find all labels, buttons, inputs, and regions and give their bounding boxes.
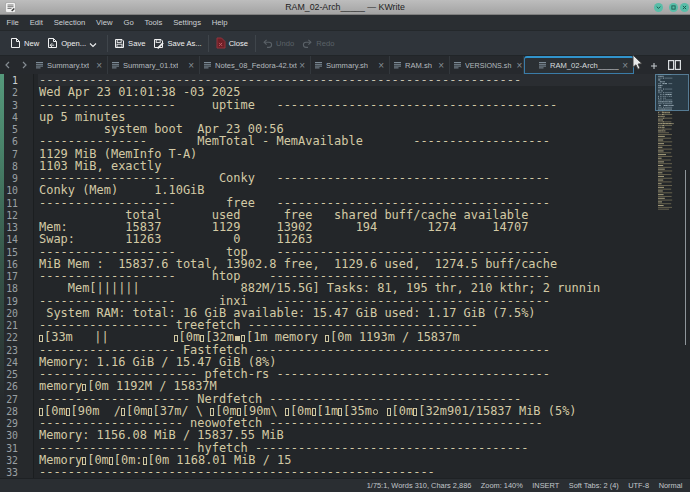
- escape-char-box: [413, 408, 417, 416]
- escape-char-box: [325, 335, 329, 343]
- new-icon: [10, 37, 21, 49]
- status-highlight[interactable]: Normal: [659, 481, 683, 490]
- tab-RAM_02-Arch_____[interactable]: RAM_02-Arch_____×: [524, 56, 634, 74]
- code-line: --------------------- hyfetch ----------…: [39, 442, 679, 454]
- code-line: ------------------- top ----------------…: [39, 246, 679, 258]
- undo-icon: [262, 38, 273, 49]
- menu-edit[interactable]: Edit: [24, 15, 48, 31]
- status-mode[interactable]: INSERT: [532, 481, 559, 490]
- close-button[interactable]: Close: [212, 33, 252, 54]
- status-encoding[interactable]: UTF-8: [628, 481, 649, 490]
- document-icon: [203, 61, 212, 70]
- tab-close-icon[interactable]: ×: [376, 60, 389, 71]
- status-zoom[interactable]: Zoom: 140%: [481, 481, 523, 490]
- close-button[interactable]: [680, 3, 689, 12]
- code-line: Wed Apr 23 01:01:38 -03 2025: [39, 86, 679, 98]
- document-icon: [453, 61, 462, 70]
- tab-next-icon[interactable]: [16, 56, 32, 74]
- code-line: ------------------- Fastfetch ----------…: [39, 344, 679, 356]
- tab-Summary.sh[interactable]: Summary.sh×: [311, 56, 390, 74]
- minimize-button[interactable]: [654, 3, 663, 12]
- saveas-label: Save As...: [167, 39, 201, 48]
- statusbar: 1/75:1, Words 310, Chars 2,886Zoom: 140%…: [0, 478, 690, 492]
- new-tab-icon[interactable]: [650, 56, 658, 74]
- window-title: RAM_02-Arch_____ — KWrite: [0, 1, 690, 14]
- save-button[interactable]: Save: [110, 33, 149, 54]
- new-button[interactable]: New: [6, 33, 43, 54]
- code-line: Swap: 11263 0 11263: [39, 233, 679, 245]
- menu-selection[interactable]: Selection: [48, 15, 90, 31]
- tab-close-icon[interactable]: ×: [436, 60, 449, 71]
- tabbar: Summary.txt×Summary_01.txt×Notes_08_Fedo…: [0, 56, 690, 74]
- redo-button[interactable]: Redo: [298, 33, 338, 54]
- tab-Notes_08_Fedora-42.txt[interactable]: Notes_08_Fedora-42.txt×: [200, 56, 311, 74]
- code-line: Memory: 1156.08 MiB / 15837.55 MiB: [39, 429, 679, 441]
- kwrite-window: RAM_02-Arch_____ — KWrite FileEditSelect…: [0, 0, 690, 492]
- tab-Summary.txt[interactable]: Summary.txt×: [32, 56, 108, 74]
- icon-border-gradient: [0, 74, 4, 404]
- line-number: 30: [0, 430, 18, 441]
- menu-go[interactable]: Go: [118, 15, 139, 31]
- tab-Summary_01.txt[interactable]: Summary_01.txt×: [108, 56, 200, 74]
- titlebar[interactable]: RAM_02-Arch_____ — KWrite: [0, 0, 690, 15]
- tab-VERSIONS.sh[interactable]: VERSIONS.sh×: [450, 56, 524, 74]
- menu-help[interactable]: Help: [206, 15, 233, 31]
- escape-char-box: [174, 335, 178, 343]
- document-icon: [35, 61, 44, 70]
- mouse-cursor: [632, 54, 644, 71]
- toolbar-separator: [255, 35, 256, 52]
- escape-char-box: [66, 408, 70, 416]
- code-line: ------------------- uptime -------------…: [39, 99, 679, 111]
- escape-char-box: [82, 457, 86, 465]
- saveas-icon: [153, 38, 164, 49]
- gutter-separator: [33, 74, 34, 478]
- code-line: Mem[|||||| 882M/15.5G] Tasks: 81, 195 th…: [39, 282, 679, 294]
- escape-char-box: [237, 408, 241, 416]
- undo-label: Undo: [276, 39, 294, 48]
- escape-char-box: [39, 335, 43, 343]
- tab-label: Notes_08_Fedora-42.txt: [215, 61, 297, 70]
- undo-button[interactable]: Undo: [258, 33, 298, 54]
- tab-close-icon[interactable]: ×: [297, 60, 310, 71]
- tab-close-icon[interactable]: ×: [94, 60, 107, 71]
- tab-RAM.sh[interactable]: RAM.sh×: [390, 56, 450, 74]
- circle-glyph: [373, 409, 379, 415]
- status-cursor-pos[interactable]: 1/75:1, Words 310, Chars 2,886: [367, 481, 472, 490]
- code-line: --------------- MemTotal - MemAvailable …: [39, 135, 679, 147]
- escape-char-box: [39, 408, 43, 416]
- code-line: ------------------- inxi ---------------…: [39, 295, 679, 307]
- escape-char-box: [148, 408, 152, 416]
- status-tabs[interactable]: Soft Tabs: 2 (4): [569, 481, 619, 490]
- escape-char-box: [312, 408, 316, 416]
- tab-close-icon[interactable]: ×: [186, 60, 199, 71]
- menu-file[interactable]: File: [0, 15, 24, 31]
- escape-char-box: [109, 457, 113, 465]
- open-icon: [47, 37, 58, 49]
- code-line: --------------------- Nerdfetch --------…: [39, 393, 679, 405]
- save-icon: [114, 38, 125, 49]
- text-content[interactable]: ----------------------------------------…: [39, 74, 679, 478]
- tab-label: RAM.sh: [405, 61, 432, 70]
- tab-label: Summary.sh: [326, 61, 368, 70]
- tab-prev-icon[interactable]: [0, 56, 16, 74]
- escape-char-box: [210, 408, 214, 416]
- menu-settings[interactable]: Settings: [168, 15, 207, 31]
- tab-label: RAM_02-Arch_____: [550, 61, 619, 70]
- toolbar-separator: [107, 35, 108, 52]
- editor-area[interactable]: 1234567891011121314151617181920212223242…: [0, 74, 690, 478]
- code-line: ------------------- free ---------------…: [39, 197, 679, 209]
- code-line: [33m || [0m[32m[1m memory [0m 1193m / 15…: [39, 331, 679, 343]
- maximize-button[interactable]: [669, 3, 678, 12]
- saveas-button[interactable]: Save As...: [149, 33, 205, 54]
- scroll-indicator-line: [685, 170, 686, 345]
- save-label: Save: [128, 39, 145, 48]
- open-label: Open...: [61, 39, 86, 48]
- toolbar-separator: [208, 35, 209, 52]
- open-dropdown-icon[interactable]: [89, 34, 100, 52]
- open-button[interactable]: Open...: [43, 33, 104, 54]
- escape-char-box: [387, 408, 391, 416]
- minimap-thumb[interactable]: [655, 74, 689, 111]
- menu-tools[interactable]: Tools: [139, 15, 168, 31]
- menu-view[interactable]: View: [91, 15, 118, 31]
- split-view-icon[interactable]: [668, 56, 681, 74]
